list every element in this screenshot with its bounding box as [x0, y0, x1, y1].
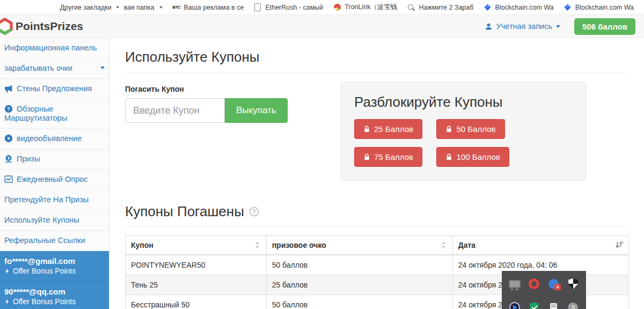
- sidebar-item-label: Претендуйте На Призы: [4, 195, 89, 204]
- sidebar-item[interactable]: Стены Предложения: [0, 79, 109, 99]
- main-content: Используйте Купоны Погасить Купон Выкупа…: [109, 38, 644, 309]
- sidebar-item-label: Информационная панель: [4, 43, 97, 52]
- lock-icon: [363, 153, 370, 160]
- site-header: PointsPrizes Учетная запись 506 баллов: [0, 15, 644, 38]
- other-bookmarks-button[interactable]: Другие закладки: [60, 4, 119, 11]
- coupon-cell: POINTYNEWYEAR50: [126, 255, 267, 275]
- bookmark-label: Blockchain.com Wa: [495, 4, 553, 11]
- bolt-icon: [4, 298, 10, 305]
- unlock-panel-title: Разблокируйте Купоны: [354, 94, 573, 111]
- unlock-coupons-panel: Разблокируйте Купоны 25 Баллов 50 Баллов: [341, 82, 586, 181]
- unlock-button-label: 25 Баллов: [374, 124, 413, 134]
- bookmark-label: Нажмите 2 Зараб: [419, 4, 473, 11]
- unlock-coupon-button[interactable]: 25 Баллов: [354, 119, 422, 139]
- play-circle-icon: [4, 134, 13, 143]
- unlock-coupon-button[interactable]: 100 Баллов: [436, 147, 509, 167]
- chart-icon: [4, 175, 13, 183]
- bonus-points-promo[interactable]: fo*****@gmail.com Offer Bonus Points: [0, 251, 109, 282]
- sidebar-item[interactable]: Претендуйте На Призы: [0, 190, 109, 210]
- unlock-coupon-button[interactable]: 50 Баллов: [436, 119, 504, 139]
- divider: [125, 226, 629, 227]
- coin-icon: [4, 154, 13, 163]
- account-menu[interactable]: Учетная запись: [485, 22, 560, 31]
- sidebar-item[interactable]: видеообъявление: [0, 129, 109, 149]
- skype-tray-icon[interactable]: S: [568, 303, 578, 309]
- bookmark-item[interactable]: Blockchain.com Wa: [559, 0, 639, 14]
- bookmark-label: Ваша реклама в се: [184, 4, 244, 11]
- column-label: Купон: [131, 241, 153, 249]
- logo-icon: [0, 18, 13, 35]
- bookmark-item[interactable]: вая папка: [119, 0, 167, 14]
- page-icon: [253, 3, 262, 12]
- bolt-icon: [4, 268, 10, 275]
- sidebar: Информационная панель зарабатывать очки …: [0, 38, 109, 309]
- sidebar-item[interactable]: Используйте Купоны: [0, 210, 109, 231]
- promo-email: 90*****@qq.com: [4, 286, 105, 297]
- column-label: Дата: [458, 241, 475, 249]
- sidebar-item-label: Реферальные Ссылки: [4, 236, 85, 245]
- app-s-tray-icon[interactable]: s: [548, 279, 559, 289]
- sort-icon[interactable]: [439, 240, 448, 249]
- table-header[interactable]: Купон: [126, 236, 267, 255]
- bookmark-label: TronLink（波宝钱: [345, 3, 397, 12]
- history-title: Купоны Погашены: [125, 203, 244, 220]
- bookmark-item[interactable]: TronLink（波宝钱: [328, 0, 402, 14]
- bookmark-item[interactable]: Blockchain.com Wa: [478, 0, 558, 14]
- radio-device-tray-icon[interactable]: [550, 303, 557, 309]
- table-header[interactable]: призовое очко: [266, 236, 452, 255]
- table-header[interactable]: Дата: [452, 236, 628, 255]
- bookmark-item[interactable]: BTC Ваша реклама в се: [167, 0, 249, 14]
- unlock-coupon-button[interactable]: 75 Баллов: [354, 147, 422, 167]
- blockchain-icon: [483, 3, 492, 12]
- points-cell: 25 баллов: [266, 275, 452, 295]
- sort-icon[interactable]: [253, 240, 262, 249]
- unlock-button-label: 100 Баллов: [456, 152, 500, 161]
- coupon-cell: Бесстрашный 50: [126, 295, 267, 309]
- divider: [125, 72, 629, 73]
- chevron-down-icon: [159, 6, 163, 9]
- monitor-tray-icon[interactable]: [509, 280, 521, 288]
- pointsprizes-logo[interactable]: PointsPrizes: [0, 18, 83, 35]
- redeem-coupon-label: Погасить Купон: [125, 85, 341, 93]
- bullhorn-icon: [4, 84, 13, 93]
- bonus-points-promo[interactable]: 90*****@qq.com Offer Bonus Points: [0, 282, 109, 309]
- bookmarks-bar: Другие закладки вая папка BTC Ваша рекла…: [0, 0, 644, 15]
- account-label: Учетная запись: [496, 22, 552, 31]
- coupon-input[interactable]: [125, 98, 225, 123]
- unlock-button-label: 50 Баллов: [456, 124, 495, 134]
- promo-email: fo*****@gmail.com: [4, 256, 105, 266]
- lock-icon: [445, 153, 452, 160]
- sidebar-item-label: зарабатывать очки: [4, 64, 72, 72]
- sidebar-item-label: Ежедневный Опрос: [17, 175, 87, 183]
- sidebar-item[interactable]: Реферальные Ссылки: [0, 231, 109, 251]
- tronlink-icon: [333, 3, 341, 12]
- media-player-tray-icon[interactable]: [509, 302, 520, 309]
- bookmark-item[interactable]: Нажмите 2 Зараб: [402, 0, 478, 14]
- sidebar-item[interactable]: Обзорные Маршрутизаторы: [0, 99, 109, 129]
- page-title: Используйте Купоны: [125, 49, 629, 65]
- bookmark-item[interactable]: EtherRush - самый: [248, 0, 328, 14]
- btc-icon: BTC: [172, 3, 181, 12]
- defender-shield-tray-icon[interactable]: [568, 278, 578, 289]
- sidebar-item[interactable]: Ежедневный Опрос: [0, 170, 109, 190]
- promo-text: Offer Bonus Points: [13, 297, 76, 307]
- user-icon: [485, 23, 493, 31]
- antivirus-shield-tray-icon[interactable]: [530, 303, 539, 309]
- blockchain-icon: [564, 3, 572, 12]
- search-icon: [407, 3, 415, 12]
- bookmark-label: вая папка: [124, 4, 155, 11]
- sort-desc-icon[interactable]: [615, 240, 624, 249]
- sidebar-item-label: видеообъявление: [17, 134, 82, 143]
- sidebar-item[interactable]: Призы: [0, 149, 109, 170]
- lock-icon: [445, 126, 452, 133]
- help-icon[interactable]: [249, 207, 259, 217]
- sidebar-item[interactable]: зарабатывать очки: [0, 58, 109, 79]
- points-badge[interactable]: 506 баллов: [574, 18, 635, 35]
- sidebar-item[interactable]: Информационная панель: [0, 38, 109, 58]
- redeem-button[interactable]: Выкупать: [225, 98, 288, 123]
- other-bookmarks-label: Другие закладки: [60, 4, 112, 11]
- sidebar-item-label: Призы: [17, 154, 40, 163]
- opera-tray-icon[interactable]: [529, 278, 539, 289]
- sidebar-item-label: Обзорные Маршрутизаторы: [4, 105, 67, 122]
- points-cell: 50 баллов: [266, 295, 452, 309]
